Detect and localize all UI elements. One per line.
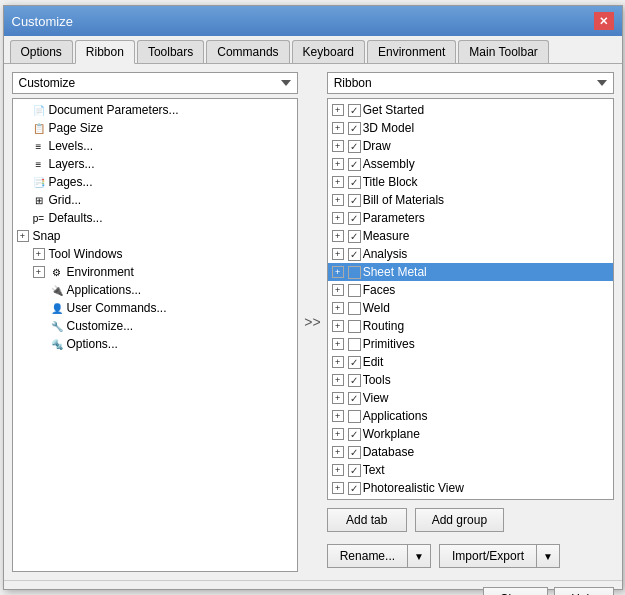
checkbox[interactable]: ✓ — [348, 482, 361, 495]
expand-icon[interactable]: + — [332, 446, 344, 458]
expand-icon[interactable]: + — [332, 158, 344, 170]
checkbox[interactable] — [348, 284, 361, 297]
list-item[interactable]: 📄 Document Parameters... — [13, 101, 298, 119]
tab-environment[interactable]: Environment — [367, 40, 456, 63]
list-item-sheet-metal[interactable]: + Sheet Metal — [328, 263, 613, 281]
expand-icon[interactable]: + — [332, 374, 344, 386]
list-item[interactable]: ⊞ Grid... — [13, 191, 298, 209]
expand-icon[interactable]: + — [332, 320, 344, 332]
checkbox[interactable]: ✓ — [348, 176, 361, 189]
left-dropdown[interactable]: Customize — [12, 72, 299, 94]
list-item[interactable]: + ✓ Database — [328, 443, 613, 461]
expand-icon[interactable]: + — [332, 338, 344, 350]
expand-icon[interactable]: + — [17, 230, 29, 242]
list-item-tool-windows[interactable]: + Tool Windows — [13, 245, 298, 263]
list-item-options[interactable]: 🔩 Options... — [13, 335, 298, 353]
tab-keyboard[interactable]: Keyboard — [292, 40, 365, 63]
list-item[interactable]: + ✓ Assembly — [328, 155, 613, 173]
close-icon[interactable]: ✕ — [594, 12, 614, 30]
checkbox[interactable]: ✓ — [348, 212, 361, 225]
right-dropdown[interactable]: Ribbon — [327, 72, 614, 94]
list-item[interactable]: + ✓ Title Block — [328, 173, 613, 191]
expand-icon[interactable]: + — [332, 428, 344, 440]
list-item[interactable]: ≡ Layers... — [13, 155, 298, 173]
expand-icon[interactable]: + — [332, 212, 344, 224]
import-export-button[interactable]: Import/Export — [439, 544, 536, 568]
add-group-button[interactable]: Add group — [415, 508, 504, 532]
expand-icon[interactable]: + — [332, 140, 344, 152]
expand-icon[interactable]: + — [332, 104, 344, 116]
checkbox[interactable]: ✓ — [348, 104, 361, 117]
checkbox[interactable]: ✓ — [348, 158, 361, 171]
rename-dropdown-arrow[interactable]: ▼ — [407, 544, 431, 568]
list-item[interactable]: + Applications — [328, 407, 613, 425]
expand-icon[interactable]: + — [332, 482, 344, 494]
checkbox[interactable]: ✓ — [348, 140, 361, 153]
list-item[interactable]: 📑 Pages... — [13, 173, 298, 191]
add-tab-button[interactable]: Add tab — [327, 508, 407, 532]
checkbox[interactable]: ✓ — [348, 392, 361, 405]
expand-icon[interactable]: + — [332, 266, 344, 278]
list-item-applications[interactable]: 🔌 Applications... — [13, 281, 298, 299]
checkbox[interactable] — [348, 320, 361, 333]
list-item-snap[interactable]: + Snap — [13, 227, 298, 245]
list-item[interactable]: + ✓ Workplane — [328, 425, 613, 443]
tab-options[interactable]: Options — [10, 40, 73, 63]
list-item[interactable]: + ✓ Analysis — [328, 245, 613, 263]
expand-icon[interactable]: + — [332, 122, 344, 134]
help-button[interactable]: Help — [554, 587, 614, 595]
checkbox[interactable]: ✓ — [348, 374, 361, 387]
checkbox[interactable] — [348, 338, 361, 351]
expand-icon[interactable]: + — [332, 410, 344, 422]
tab-ribbon[interactable]: Ribbon — [75, 40, 135, 64]
rename-button[interactable]: Rename... — [327, 544, 407, 568]
checkbox[interactable]: ✓ — [348, 464, 361, 477]
checkbox[interactable]: ✓ — [348, 230, 361, 243]
list-item[interactable]: + ✓ Measure — [328, 227, 613, 245]
list-item[interactable]: + Weld — [328, 299, 613, 317]
tab-main-toolbar[interactable]: Main Toolbar — [458, 40, 548, 63]
list-item-customize[interactable]: 🔧 Customize... — [13, 317, 298, 335]
list-item[interactable]: ≡ Levels... — [13, 137, 298, 155]
left-list[interactable]: 📄 Document Parameters... 📋 Page Size ≡ L… — [12, 98, 299, 572]
list-item[interactable]: + ✓ Photorealistic View — [328, 479, 613, 497]
expand-icon[interactable]: + — [332, 302, 344, 314]
list-item[interactable]: + ✓ Edit — [328, 353, 613, 371]
expand-icon[interactable]: + — [33, 266, 45, 278]
list-item[interactable]: + Faces — [328, 281, 613, 299]
checkbox[interactable]: ✓ — [348, 248, 361, 261]
import-export-dropdown-arrow[interactable]: ▼ — [536, 544, 560, 568]
checkbox[interactable]: ✓ — [348, 122, 361, 135]
list-item[interactable]: + ✓ Draw — [328, 137, 613, 155]
checkbox[interactable]: ✓ — [348, 194, 361, 207]
list-item[interactable]: 📋 Page Size — [13, 119, 298, 137]
expand-icon[interactable]: + — [33, 248, 45, 260]
tab-toolbars[interactable]: Toolbars — [137, 40, 204, 63]
expand-icon[interactable]: + — [332, 392, 344, 404]
list-item[interactable]: + Primitives — [328, 335, 613, 353]
list-item[interactable]: p= Defaults... — [13, 209, 298, 227]
list-item-environment[interactable]: + ⚙ Environment — [13, 263, 298, 281]
expand-icon[interactable]: + — [332, 356, 344, 368]
expand-icon[interactable]: + — [332, 248, 344, 260]
checkbox[interactable]: ✓ — [348, 356, 361, 369]
checkbox[interactable] — [348, 302, 361, 315]
checkbox[interactable]: ✓ — [348, 428, 361, 441]
list-item[interactable]: + ✓ Tools — [328, 371, 613, 389]
close-button[interactable]: Close — [483, 587, 548, 595]
right-list[interactable]: + ✓ Get Started + ✓ 3D Model + ✓ Draw — [327, 98, 614, 500]
expand-icon[interactable]: + — [332, 230, 344, 242]
checkbox[interactable]: ✓ — [348, 446, 361, 459]
list-item[interactable]: + Routing — [328, 317, 613, 335]
tab-commands[interactable]: Commands — [206, 40, 289, 63]
list-item[interactable]: + ✓ Text — [328, 461, 613, 479]
expand-icon[interactable]: + — [332, 176, 344, 188]
list-item[interactable]: + ✓ Get Started — [328, 101, 613, 119]
checkbox[interactable] — [348, 266, 361, 279]
expand-icon[interactable]: + — [332, 284, 344, 296]
list-item-user-commands[interactable]: 👤 User Commands... — [13, 299, 298, 317]
expand-icon[interactable]: + — [332, 464, 344, 476]
list-item[interactable]: + ✓ Bill of Materials — [328, 191, 613, 209]
list-item[interactable]: + ✓ View — [328, 389, 613, 407]
checkbox[interactable] — [348, 410, 361, 423]
